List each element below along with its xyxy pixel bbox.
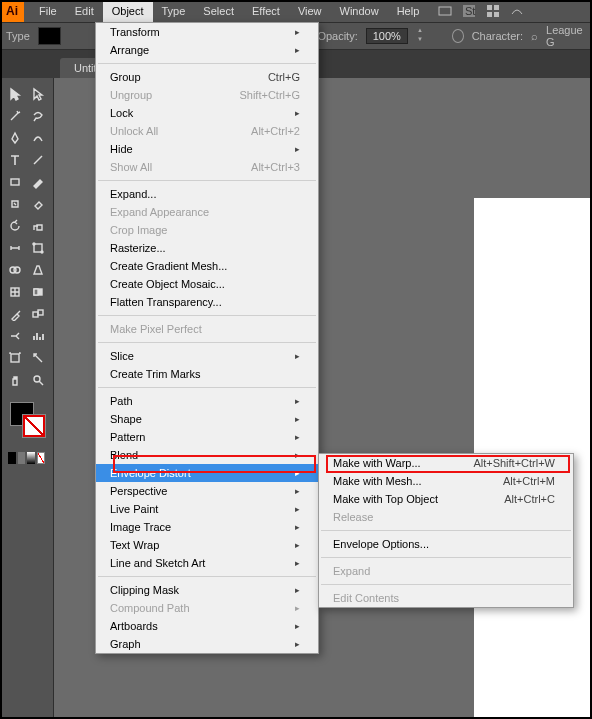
menu-item-label: Line and Sketch Art <box>110 557 205 569</box>
tool-column-graph[interactable] <box>28 326 50 346</box>
stock-icon[interactable]: St <box>462 4 476 18</box>
font-search-field[interactable]: League G <box>546 24 586 48</box>
type-label: Type <box>6 30 30 42</box>
object-menu-item[interactable]: Path <box>96 392 318 410</box>
tool-blend[interactable] <box>28 304 50 324</box>
menubar: Ai File Edit Object Type Select Effect V… <box>0 0 592 22</box>
tool-zoom[interactable] <box>28 370 50 390</box>
menu-item-label: Shape <box>110 413 142 425</box>
envelope-submenu-item[interactable]: Make with Top ObjectAlt+Ctrl+C <box>319 490 573 508</box>
tool-line-segment[interactable] <box>28 150 50 170</box>
object-menu-item[interactable]: Shape <box>96 410 318 428</box>
color-mode-chip[interactable] <box>37 452 45 464</box>
svg-point-10 <box>41 251 43 253</box>
menu-window[interactable]: Window <box>331 0 388 22</box>
object-menu-item[interactable]: Arrange <box>96 41 318 59</box>
menu-type[interactable]: Type <box>153 0 195 22</box>
object-menu-item[interactable]: Hide <box>96 140 318 158</box>
tool-eraser[interactable] <box>28 194 50 214</box>
tool-shape-builder[interactable] <box>4 260 26 280</box>
object-menu-item[interactable]: Create Object Mosaic... <box>96 275 318 293</box>
fill-swatch[interactable] <box>38 27 62 45</box>
menu-item-label: Image Trace <box>110 521 171 533</box>
opacity-field[interactable]: 100% <box>366 28 408 44</box>
menu-item-label: Release <box>333 511 373 523</box>
object-menu-item[interactable]: Graph <box>96 635 318 653</box>
tool-rectangle[interactable] <box>4 172 26 192</box>
gpu-icon[interactable] <box>510 4 524 18</box>
menu-help[interactable]: Help <box>388 0 429 22</box>
color-mode-chip[interactable] <box>18 452 26 464</box>
tool-pen[interactable] <box>4 128 26 148</box>
opacity-stepper[interactable]: ▲▼ <box>416 27 424 45</box>
object-menu-item[interactable]: Envelope Distort <box>96 464 318 482</box>
tool-selection[interactable] <box>4 84 26 104</box>
object-menu-item[interactable]: GroupCtrl+G <box>96 68 318 86</box>
object-menu-item[interactable]: Create Gradient Mesh... <box>96 257 318 275</box>
menu-select[interactable]: Select <box>194 0 243 22</box>
arrange-docs-icon[interactable] <box>486 4 500 18</box>
tool-lasso[interactable] <box>28 106 50 126</box>
tool-slice[interactable] <box>28 348 50 368</box>
object-menu-item[interactable]: Blend <box>96 446 318 464</box>
tool-artboard[interactable] <box>4 348 26 368</box>
color-mode-chip[interactable] <box>27 452 35 464</box>
object-menu-item[interactable]: Artboards <box>96 617 318 635</box>
object-menu-item[interactable]: Flatten Transparency... <box>96 293 318 311</box>
menu-item-label: Rasterize... <box>110 242 166 254</box>
object-menu-item[interactable]: Rasterize... <box>96 239 318 257</box>
object-menu-item[interactable]: Line and Sketch Art <box>96 554 318 572</box>
menu-item-label: Graph <box>110 638 141 650</box>
menu-item-label: Envelope Distort <box>110 467 191 479</box>
tool-hand[interactable] <box>4 370 26 390</box>
object-menu-item: Expand Appearance <box>96 203 318 221</box>
menu-item-label: Flatten Transparency... <box>110 296 222 308</box>
menu-item-label: Expand... <box>110 188 156 200</box>
object-menu-item[interactable]: Create Trim Marks <box>96 365 318 383</box>
object-menu-item[interactable]: Pattern <box>96 428 318 446</box>
tool-magic-wand[interactable] <box>4 106 26 126</box>
object-menu-item[interactable]: Text Wrap <box>96 536 318 554</box>
menu-object[interactable]: Object <box>103 0 153 22</box>
tool-curvature[interactable] <box>28 128 50 148</box>
tool-scale[interactable] <box>28 216 50 236</box>
stroke-color[interactable] <box>22 414 46 438</box>
envelope-submenu-item[interactable]: Envelope Options... <box>319 535 573 553</box>
object-menu-item[interactable]: Expand... <box>96 185 318 203</box>
envelope-submenu-item[interactable]: Make with Mesh...Alt+Ctrl+M <box>319 472 573 490</box>
tool-shaper[interactable] <box>4 194 26 214</box>
tool-symbol-sprayer[interactable] <box>4 326 26 346</box>
menu-effect[interactable]: Effect <box>243 0 289 22</box>
object-menu-item[interactable]: Lock <box>96 104 318 122</box>
menu-item-label: Slice <box>110 350 134 362</box>
svg-rect-3 <box>487 5 492 10</box>
envelope-submenu-item[interactable]: Make with Warp...Alt+Shift+Ctrl+W <box>319 454 573 472</box>
tool-direct-selection[interactable] <box>28 84 50 104</box>
menu-view[interactable]: View <box>289 0 331 22</box>
tool-gradient[interactable] <box>28 282 50 302</box>
app-logo: Ai <box>0 0 24 22</box>
tool-free-transform[interactable] <box>28 238 50 258</box>
object-menu-item: Make Pixel Perfect <box>96 320 318 338</box>
tool-rotate[interactable] <box>4 216 26 236</box>
tool-perspective[interactable] <box>28 260 50 280</box>
tool-width[interactable] <box>4 238 26 258</box>
tool-eyedropper[interactable] <box>4 304 26 324</box>
menu-item-label: Text Wrap <box>110 539 159 551</box>
bridge-icon[interactable] <box>438 4 452 18</box>
menu-edit[interactable]: Edit <box>66 0 103 22</box>
menu-item-label: Perspective <box>110 485 167 497</box>
object-menu-item[interactable]: Clipping Mask <box>96 581 318 599</box>
menu-file[interactable]: File <box>30 0 66 22</box>
tool-paintbrush[interactable] <box>28 172 50 192</box>
object-menu-item[interactable]: Live Paint <box>96 500 318 518</box>
globe-icon[interactable] <box>452 29 464 43</box>
object-menu-item[interactable]: Perspective <box>96 482 318 500</box>
object-menu-item[interactable]: Transform <box>96 23 318 41</box>
tool-mesh[interactable] <box>4 282 26 302</box>
object-menu-item[interactable]: Image Trace <box>96 518 318 536</box>
object-menu-item[interactable]: Slice <box>96 347 318 365</box>
color-mode-chip[interactable] <box>8 452 16 464</box>
tool-type[interactable] <box>4 150 26 170</box>
svg-rect-15 <box>34 289 38 295</box>
